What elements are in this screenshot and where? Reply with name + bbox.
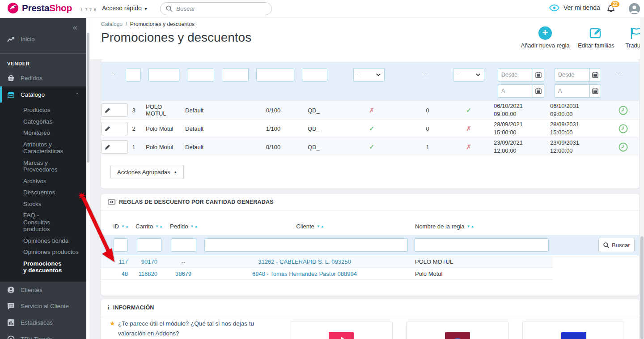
global-search[interactable] [160,2,272,15]
prestashop-logo[interactable]: PrestaShop [7,2,72,14]
generated-table-rows: 117 90170 -- 31262 - CABLERAPID S. L. 09… [101,256,553,280]
generated-cart-link[interactable]: 90170 [132,256,157,267]
filter-status-a-select[interactable]: - [353,68,385,82]
information-panel-header: i INFORMACIÓN [108,304,154,311]
generated-order-link[interactable]: 38679 [169,268,198,279]
sidebar-item-servicio[interactable]: Servicio al Cliente [0,298,86,314]
pencil-icon [105,107,110,113]
table-row[interactable]: 117 90170 -- 31262 - CABLERAPID S. L. 09… [101,256,553,268]
submenu-item-opiniones-productos[interactable]: Opiniones productos [0,246,86,258]
edit-button[interactable] [101,140,128,154]
submenu-item-descuentos[interactable]: Descuentos [0,187,86,198]
sidebar-item-estadisticas[interactable]: Estadisticas [0,314,86,331]
submenu-item-categorias[interactable]: Categorias [0,116,86,128]
addon-card[interactable] [522,322,625,339]
edit-families-button[interactable]: Editar familias [574,26,619,49]
table-row[interactable]: 1 Polo Motul Default 0/100 QD_ ✓ 1 ✗ 23/… [101,137,639,156]
date-input[interactable] [555,68,589,82]
edit-button[interactable] [101,122,128,135]
rule-id: 3 [127,101,140,119]
bulk-actions-label: Acciones Agrupadas [117,169,170,176]
filter-name-input[interactable] [148,68,179,82]
calendar-button[interactable] [533,84,544,98]
sort-icons[interactable]: ▼▲ [467,224,475,228]
submenu-item-promociones[interactable]: Promociones y descuentos [0,258,72,276]
rule-usage: 1/100 [249,120,298,137]
generated-cart-link[interactable]: 116820 [132,268,157,279]
rule-priority: 0 [419,120,436,137]
generated-customer-link[interactable]: 31262 - CABLERAPID S. L. 093250 [208,256,401,267]
submenu-item-productos[interactable]: Productos [0,104,86,116]
table-row[interactable]: 48 116820 38679 6948 - Tomás Hernandez P… [101,268,553,280]
edit-button[interactable] [101,103,128,117]
date-input[interactable] [555,84,589,98]
rules-filter-row: -- - -- - [101,62,639,101]
sidebar-item-catalogo[interactable]: Catálogo ⌃ [0,86,86,103]
table-row[interactable]: 3 POLO MOTUL Default 0/100 QD_ ✗ 0 ✓ 06/… [101,101,639,119]
status-b-flag: ✗ [460,120,478,137]
page-scrollbar-thumb[interactable] [640,236,644,339]
generated-id-link[interactable]: 117 [110,256,128,267]
divider [101,316,639,316]
addon-card[interactable] [406,322,509,339]
sidebar-item-tpv[interactable]: TPV Tienda [0,331,86,339]
filter-extra-input[interactable] [302,68,327,82]
date-from: 28/09/202115:00:00 [494,120,547,137]
sort-icons[interactable]: ▼▲ [317,224,325,228]
sort-icons[interactable]: ▼▲ [121,224,129,228]
generated-customer-link[interactable]: 6948 - Tomás Hernandez Pastor 088994 [208,268,401,279]
date-input[interactable] [498,68,533,82]
filter-id-input[interactable] [114,238,128,252]
calendar-button[interactable] [589,84,601,98]
addon-card[interactable]: $ [290,322,393,339]
date-input[interactable] [498,84,533,98]
column-header-id: ID▼▲ [113,217,129,235]
submenu-item-atributos[interactable]: Atributos y Caracteristicas [0,139,76,157]
submenu-item-opiniones-tienda[interactable]: Opiniones tienda [0,235,86,247]
search-input[interactable] [176,5,257,12]
table-row[interactable]: 2 Polo Motul Default 1/100 QD_ ✓ 0 ✗ 28/… [101,119,639,137]
filter-cart-input[interactable] [137,238,161,252]
submenu-item-marcas[interactable]: Marcas y Proveedores [0,157,86,176]
bar-chart-icon [7,319,15,326]
sidebar-item-clientes[interactable]: Clientes [0,282,86,298]
notifications-button[interactable]: 22 [606,4,618,16]
add-rule-button[interactable]: + Añadir nueva regla [518,26,572,49]
view-shop-link[interactable]: Ver mi tienda [549,4,600,11]
filter-order-input[interactable] [171,238,196,252]
filter-status-b-select[interactable]: - [453,68,484,82]
calendar-button[interactable] [533,68,544,82]
filter-rule-name-input[interactable] [415,238,549,252]
calendar-icon [535,88,542,94]
sidebar-item-label: Pedidos [21,75,42,82]
submenu-item-archivos[interactable]: Archivos [0,176,86,187]
quick-access-dropdown[interactable]: Acceso rápido ▾ [102,4,147,12]
calendar-button[interactable] [589,68,601,82]
search-button[interactable]: Buscar [598,238,635,252]
filter-family-input[interactable] [187,68,214,82]
bulk-actions-button[interactable]: Acciones Agrupadas ▲ [110,165,184,179]
generated-order: -- [169,256,198,267]
filter-prefix-input[interactable] [256,68,294,82]
date-to-end-field [555,84,601,98]
sort-icons[interactable]: ▼▲ [190,224,198,228]
submenu-item-faq[interactable]: FAQ - Consultas productos [0,210,72,235]
sidebar-collapse-icon[interactable]: « [72,22,77,32]
breadcrumb-parent[interactable]: Catalogo [101,21,123,27]
submenu-item-monitoreo[interactable]: Monitoreo [0,127,86,139]
generated-panel-header: REGLAS DE DESCUENTO POR CANTIDAD GENERAD… [108,199,274,205]
sort-icons[interactable]: ▼▲ [155,224,163,228]
rule-family: Default [185,120,203,137]
date-from-end-field [555,68,601,82]
generated-rule-name: Polo Motul [415,268,442,279]
submenu-item-stocks[interactable]: Stocks [0,198,86,210]
filter-id-input[interactable] [126,68,141,82]
sidebar-scrollbar-thumb[interactable] [87,33,89,163]
user-avatar[interactable] [629,3,640,14]
filter-usage-input[interactable] [222,68,249,82]
generated-id-link[interactable]: 48 [110,268,128,279]
rule-id: 2 [127,120,140,137]
sidebar-item-pedidos[interactable]: Pedidos [0,70,86,86]
filter-customer-input[interactable] [204,238,408,252]
chevron-up-icon: ⌃ [76,92,79,97]
